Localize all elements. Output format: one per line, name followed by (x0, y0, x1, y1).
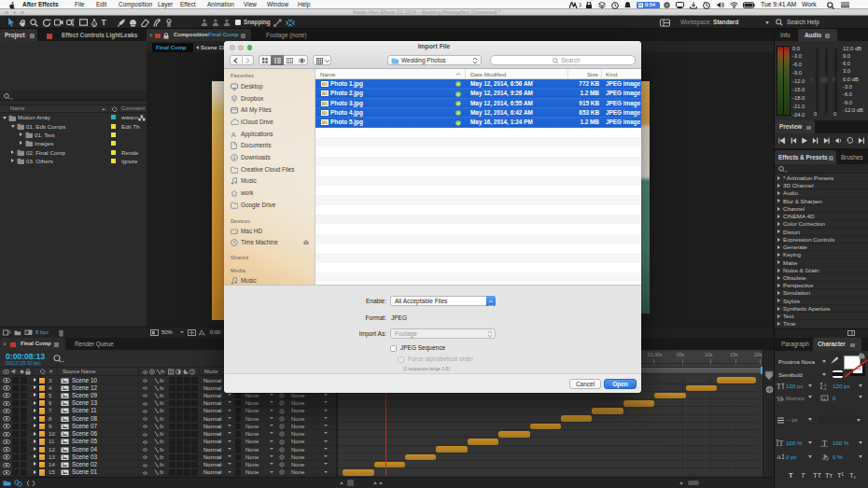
svg-text:A: A (231, 131, 237, 138)
svg-text:T: T (822, 439, 827, 448)
svg-text:A: A (823, 386, 827, 390)
svg-text:A: A (777, 453, 781, 461)
svg-text:あ: あ (822, 453, 829, 461)
svg-text:T: T (779, 439, 784, 447)
svg-text:V̲A̲: V̲A̲ (777, 396, 785, 401)
svg-text:T: T (777, 383, 781, 390)
svg-text:A: A (822, 396, 826, 400)
